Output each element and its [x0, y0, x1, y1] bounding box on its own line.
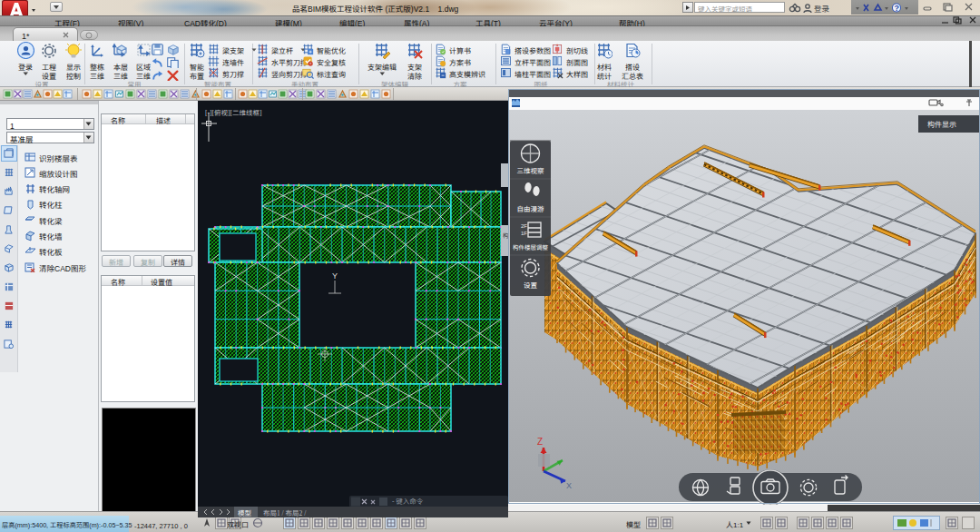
svg-text:2F: 2F — [521, 223, 527, 229]
svg-text:构件显示: 构件显示 — [927, 119, 956, 129]
svg-text:?: ? — [895, 2, 900, 14]
svg-text:- 键入命令: - 键入命令 — [392, 496, 424, 506]
svg-text:Y: Y — [332, 271, 338, 281]
svg-text:模型: 模型 — [238, 507, 251, 517]
svg-text:设置: 设置 — [524, 280, 537, 290]
svg-text:Z: Z — [537, 437, 543, 447]
svg-text:构件楼层调整: 构件楼层调整 — [513, 242, 549, 251]
svg-text:三维视察: 三维视察 — [517, 165, 544, 175]
svg-text:布局1 / 布局2 /: 布局1 / 布局2 / — [263, 507, 307, 517]
svg-text:1F: 1F — [521, 231, 527, 236]
svg-text:X: X — [566, 481, 572, 490]
svg-text:自由漫游: 自由漫游 — [517, 203, 544, 213]
svg-text:[-][俯视][二维线框]: [-][俯视][二维线框] — [205, 107, 261, 117]
svg-text:登录: 登录 — [814, 3, 830, 14]
